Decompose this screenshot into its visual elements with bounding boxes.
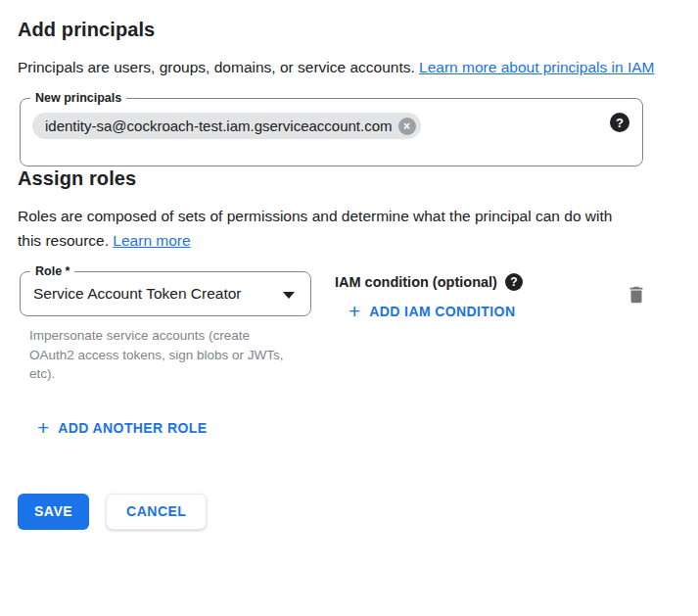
role-column: Role * Service Account Token Creator Imp… [20,271,313,384]
dropdown-arrow-icon [283,292,295,299]
role-label: Role * [30,263,74,280]
principal-chip-label: identity-sa@cockroach-test.iam.gservicea… [45,118,393,134]
new-principals-field[interactable]: New principals identity-sa@cockroach-tes… [20,98,643,166]
add-iam-condition-label: ADD IAM CONDITION [369,304,515,319]
cancel-button[interactable]: CANCEL [106,494,207,530]
actions-row: SAVE CANCEL [18,494,698,530]
plus-icon: + [349,303,360,320]
save-button[interactable]: SAVE [18,494,89,530]
add-principals-description: Principals are users, groups, domains, o… [18,55,662,79]
add-principals-description-text: Principals are users, groups, domains, o… [18,59,419,75]
delete-role-button[interactable] [626,283,647,307]
assign-roles-description: Roles are composed of sets of permission… [18,204,629,253]
iam-condition-help-icon[interactable]: ? [505,273,523,291]
role-row: Role * Service Account Token Creator Imp… [18,271,698,384]
add-iam-condition-button[interactable]: + ADD IAM CONDITION [349,303,515,320]
trash-icon [626,283,647,307]
assign-roles-title: Assign roles [18,166,698,190]
learn-more-principals-link[interactable]: Learn more about principals in IAM [419,59,654,75]
add-another-role-label: ADD ANOTHER ROLE [58,420,207,436]
iam-condition-column: IAM condition (optional) ? + ADD IAM CON… [335,271,523,322]
iam-condition-label-row: IAM condition (optional) ? [335,273,523,291]
learn-more-roles-link[interactable]: Learn more [113,232,190,249]
role-helper-text: Impersonate service accounts (create OAu… [20,326,296,384]
new-principals-label: New principals [30,90,126,107]
assign-roles-description-text: Roles are composed of sets of permission… [18,208,612,249]
role-select[interactable]: Role * Service Account Token Creator [20,271,311,316]
principal-chip[interactable]: identity-sa@cockroach-test.iam.gservicea… [32,113,421,139]
add-principals-title: Add principals [18,18,698,41]
chip-remove-icon[interactable]: × [398,118,416,135]
plus-icon: + [37,419,49,437]
new-principals-help-icon[interactable]: ? [610,113,629,132]
iam-condition-label: IAM condition (optional) [335,274,497,290]
add-another-role-button[interactable]: + ADD ANOTHER ROLE [37,419,207,437]
